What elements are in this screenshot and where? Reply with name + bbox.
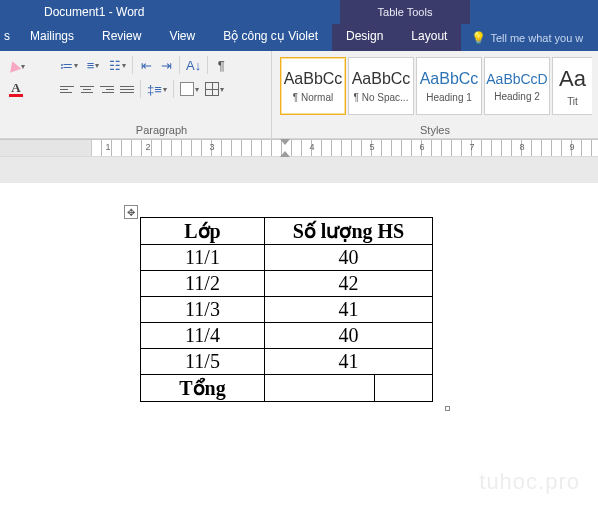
table-resize-handle[interactable] [445, 406, 450, 411]
table-move-handle[interactable]: ✥ [124, 205, 138, 219]
decrease-indent-button[interactable]: ⇤ [137, 55, 155, 75]
table-row[interactable]: 11/2 42 [141, 271, 433, 297]
document-page[interactable]: ✥ Lớp Số lượng HS 11/1 40 11/2 42 11/3 4… [0, 183, 598, 505]
table-row[interactable]: 11/1 40 [141, 245, 433, 271]
group-label-styles: Styles [278, 124, 592, 138]
style-title[interactable]: Aa Tit [552, 57, 592, 115]
contextual-tab-label: Table Tools [340, 0, 470, 24]
table-cell[interactable]: 11/4 [141, 323, 265, 349]
font-color-swatch [9, 94, 23, 97]
borders-icon [205, 82, 219, 96]
ribbon: ▾ A ≔▾ ≡▾ ☷▾ ⇤ ⇥ A↓ ¶ [0, 51, 598, 139]
clear-formatting-button[interactable]: ▾ [6, 57, 26, 75]
style-heading-2[interactable]: AaBbCcD Heading 2 [484, 57, 550, 115]
style-normal[interactable]: AaBbCc ¶ Normal [280, 57, 346, 115]
eraser-icon [6, 59, 21, 73]
line-spacing-button[interactable]: ‡≡▾ [145, 79, 169, 99]
style-heading-1[interactable]: AaBbCc Heading 1 [416, 57, 482, 115]
window-title: Document1 - Word [0, 5, 340, 19]
table-cell[interactable] [375, 375, 433, 402]
table-row[interactable]: Lớp Số lượng HS [141, 218, 433, 245]
tell-me-search[interactable]: 💡 Tell me what you w [461, 24, 583, 51]
column-marker[interactable] [280, 139, 290, 157]
group-paragraph: ≔▾ ≡▾ ☷▾ ⇤ ⇥ A↓ ¶ [52, 51, 272, 138]
justify-button[interactable] [118, 79, 136, 99]
table-cell[interactable]: 42 [265, 271, 433, 297]
style-no-spacing[interactable]: AaBbCc ¶ No Spac... [348, 57, 414, 115]
tab-view[interactable]: View [155, 24, 209, 51]
show-paragraph-marks-button[interactable]: ¶ [212, 55, 230, 75]
increase-indent-button[interactable]: ⇥ [157, 55, 175, 75]
word-table[interactable]: Lớp Số lượng HS 11/1 40 11/2 42 11/3 41 … [140, 217, 433, 402]
font-color-button[interactable]: A [6, 79, 26, 97]
bullets-button[interactable]: ≔▾ [58, 55, 80, 75]
table-cell[interactable]: 11/3 [141, 297, 265, 323]
align-center-button[interactable] [78, 79, 96, 99]
table-cell[interactable]: 40 [265, 245, 433, 271]
table-header-cell[interactable]: Lớp [141, 218, 265, 245]
table-cell[interactable] [265, 375, 375, 402]
borders-button[interactable]: ▾ [203, 79, 226, 99]
table-cell[interactable]: 11/1 [141, 245, 265, 271]
paint-bucket-icon [180, 82, 194, 96]
horizontal-ruler[interactable]: 1 2 3 4 5 6 7 8 9 [0, 139, 598, 157]
styles-gallery[interactable]: AaBbCc ¶ Normal AaBbCc ¶ No Spac... AaBb… [278, 55, 592, 115]
table-footer-cell[interactable]: Tổng [141, 375, 265, 402]
tab-layout[interactable]: Layout [397, 24, 461, 51]
table-header-cell[interactable]: Số lượng HS [265, 218, 433, 245]
watermark: tuhoc.pro [479, 469, 580, 495]
multilevel-list-button[interactable]: ☷▾ [106, 55, 128, 75]
table-row[interactable]: 11/3 41 [141, 297, 433, 323]
table-row[interactable]: 11/5 41 [141, 349, 433, 375]
ribbon-tabs: s Mailings Review View Bộ công cụ Violet… [0, 24, 598, 51]
table-cell[interactable]: 41 [265, 349, 433, 375]
group-label-paragraph: Paragraph [58, 124, 265, 138]
tab-truncated[interactable]: s [0, 24, 16, 51]
table-cell[interactable]: 11/5 [141, 349, 265, 375]
table-cell[interactable]: 11/2 [141, 271, 265, 297]
tab-design[interactable]: Design [332, 24, 397, 51]
tell-me-placeholder: Tell me what you w [490, 32, 583, 44]
table-row[interactable]: 11/4 40 [141, 323, 433, 349]
page-gap [0, 157, 598, 183]
lightbulb-icon: 💡 [471, 31, 486, 45]
table-row[interactable]: Tổng [141, 375, 433, 402]
group-styles: AaBbCc ¶ Normal AaBbCc ¶ No Spac... AaBb… [272, 51, 598, 138]
table-cell[interactable]: 40 [265, 323, 433, 349]
align-right-button[interactable] [98, 79, 116, 99]
table-cell[interactable]: 41 [265, 297, 433, 323]
tab-mailings[interactable]: Mailings [16, 24, 88, 51]
tab-violet[interactable]: Bộ công cụ Violet [209, 24, 332, 51]
tab-review[interactable]: Review [88, 24, 155, 51]
shading-button[interactable]: ▾ [178, 79, 201, 99]
title-bar: Document1 - Word Table Tools [0, 0, 598, 24]
numbering-button[interactable]: ≡▾ [82, 55, 104, 75]
sort-button[interactable]: A↓ [184, 55, 203, 75]
align-left-button[interactable] [58, 79, 76, 99]
chevron-down-icon: ▾ [21, 62, 25, 71]
